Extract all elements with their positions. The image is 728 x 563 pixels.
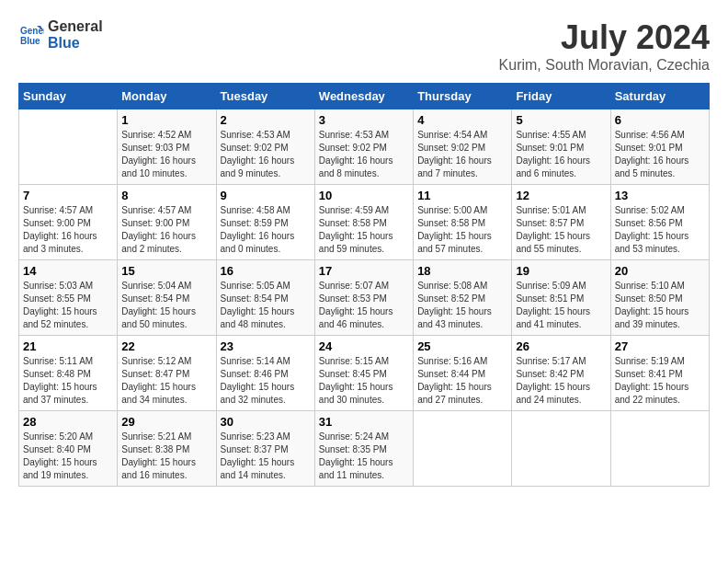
svg-text:Blue: Blue [20, 36, 40, 46]
day-number: 9 [221, 189, 311, 202]
calendar-cell: 27Sunrise: 5:19 AM Sunset: 8:41 PM Dayli… [610, 336, 709, 411]
day-info: Sunrise: 5:03 AM Sunset: 8:55 PM Dayligh… [23, 280, 113, 331]
weekday-header-friday: Friday [512, 84, 610, 109]
calendar-cell: 31Sunrise: 5:24 AM Sunset: 8:35 PM Dayli… [314, 411, 413, 487]
day-number: 16 [221, 264, 311, 278]
weekday-header-row: SundayMondayTuesdayWednesdayThursdayFrid… [19, 84, 710, 109]
logo-text: General Blue [48, 18, 103, 51]
day-info: Sunrise: 5:01 AM Sunset: 8:57 PM Dayligh… [516, 204, 606, 256]
day-info: Sunrise: 4:57 AM Sunset: 9:00 PM Dayligh… [23, 204, 113, 256]
calendar-cell: 8Sunrise: 4:57 AM Sunset: 9:00 PM Daylig… [118, 185, 216, 260]
day-number: 25 [417, 339, 507, 353]
day-info: Sunrise: 5:07 AM Sunset: 8:53 PM Dayligh… [319, 280, 409, 331]
day-number: 12 [516, 189, 606, 202]
calendar-cell: 3Sunrise: 4:53 AM Sunset: 9:02 PM Daylig… [314, 109, 413, 185]
calendar-cell [512, 411, 610, 487]
day-number: 13 [615, 189, 705, 202]
day-info: Sunrise: 4:59 AM Sunset: 8:58 PM Dayligh… [319, 204, 409, 256]
day-number: 29 [121, 415, 211, 429]
weekday-header-sunday: Sunday [19, 84, 118, 109]
day-info: Sunrise: 5:15 AM Sunset: 8:45 PM Dayligh… [319, 355, 409, 407]
day-number: 30 [221, 415, 311, 429]
calendar-cell: 28Sunrise: 5:20 AM Sunset: 8:40 PM Dayli… [19, 411, 118, 487]
day-number: 26 [516, 339, 606, 353]
day-number: 22 [121, 339, 211, 353]
day-info: Sunrise: 5:23 AM Sunset: 8:37 PM Dayligh… [221, 431, 311, 482]
day-info: Sunrise: 4:53 AM Sunset: 9:02 PM Dayligh… [319, 129, 409, 180]
day-info: Sunrise: 4:57 AM Sunset: 9:00 PM Dayligh… [121, 204, 211, 256]
logo: General Blue General Blue [18, 18, 103, 51]
day-info: Sunrise: 5:00 AM Sunset: 8:58 PM Dayligh… [417, 204, 507, 256]
calendar-week-row: 1Sunrise: 4:52 AM Sunset: 9:03 PM Daylig… [19, 109, 710, 185]
calendar-cell: 2Sunrise: 4:53 AM Sunset: 9:02 PM Daylig… [216, 109, 314, 185]
calendar-cell: 21Sunrise: 5:11 AM Sunset: 8:48 PM Dayli… [19, 336, 118, 411]
day-info: Sunrise: 4:56 AM Sunset: 9:01 PM Dayligh… [615, 129, 705, 180]
day-info: Sunrise: 4:54 AM Sunset: 9:02 PM Dayligh… [417, 129, 507, 180]
day-number: 5 [516, 113, 606, 127]
day-info: Sunrise: 5:11 AM Sunset: 8:48 PM Dayligh… [23, 355, 113, 407]
day-info: Sunrise: 5:21 AM Sunset: 8:38 PM Dayligh… [121, 431, 211, 482]
weekday-header-thursday: Thursday [414, 84, 512, 109]
day-number: 1 [121, 113, 211, 127]
calendar-cell: 18Sunrise: 5:08 AM Sunset: 8:52 PM Dayli… [414, 260, 512, 336]
day-number: 17 [319, 264, 409, 278]
calendar-cell: 23Sunrise: 5:14 AM Sunset: 8:46 PM Dayli… [216, 336, 314, 411]
calendar-cell: 17Sunrise: 5:07 AM Sunset: 8:53 PM Dayli… [314, 260, 413, 336]
day-number: 18 [417, 264, 507, 278]
day-number: 4 [417, 113, 507, 127]
calendar-cell: 13Sunrise: 5:02 AM Sunset: 8:56 PM Dayli… [610, 185, 709, 260]
day-number: 19 [516, 264, 606, 278]
day-info: Sunrise: 4:53 AM Sunset: 9:02 PM Dayligh… [221, 129, 311, 180]
day-info: Sunrise: 4:55 AM Sunset: 9:01 PM Dayligh… [516, 129, 606, 180]
calendar-table: SundayMondayTuesdayWednesdayThursdayFrid… [18, 83, 710, 487]
page-header: General Blue General Blue July 2024 Kuri… [18, 18, 710, 74]
calendar-week-row: 7Sunrise: 4:57 AM Sunset: 9:00 PM Daylig… [19, 185, 710, 260]
calendar-cell: 7Sunrise: 4:57 AM Sunset: 9:00 PM Daylig… [19, 185, 118, 260]
month-title: July 2024 [499, 18, 710, 57]
day-info: Sunrise: 5:16 AM Sunset: 8:44 PM Dayligh… [417, 355, 507, 407]
calendar-cell: 11Sunrise: 5:00 AM Sunset: 8:58 PM Dayli… [414, 185, 512, 260]
day-number: 21 [23, 339, 113, 353]
calendar-cell: 14Sunrise: 5:03 AM Sunset: 8:55 PM Dayli… [19, 260, 118, 336]
calendar-cell: 20Sunrise: 5:10 AM Sunset: 8:50 PM Dayli… [610, 260, 709, 336]
day-info: Sunrise: 5:14 AM Sunset: 8:46 PM Dayligh… [221, 355, 311, 407]
calendar-cell: 10Sunrise: 4:59 AM Sunset: 8:58 PM Dayli… [314, 185, 413, 260]
calendar-cell: 29Sunrise: 5:21 AM Sunset: 8:38 PM Dayli… [118, 411, 216, 487]
day-number: 6 [615, 113, 705, 127]
day-number: 15 [121, 264, 211, 278]
day-info: Sunrise: 5:09 AM Sunset: 8:51 PM Dayligh… [516, 280, 606, 331]
calendar-cell: 24Sunrise: 5:15 AM Sunset: 8:45 PM Dayli… [314, 336, 413, 411]
day-info: Sunrise: 4:58 AM Sunset: 8:59 PM Dayligh… [221, 204, 311, 256]
day-number: 14 [23, 264, 113, 278]
calendar-cell: 6Sunrise: 4:56 AM Sunset: 9:01 PM Daylig… [610, 109, 709, 185]
calendar-cell: 4Sunrise: 4:54 AM Sunset: 9:02 PM Daylig… [414, 109, 512, 185]
calendar-cell: 1Sunrise: 4:52 AM Sunset: 9:03 PM Daylig… [118, 109, 216, 185]
calendar-cell: 15Sunrise: 5:04 AM Sunset: 8:54 PM Dayli… [118, 260, 216, 336]
title-block: July 2024 Kurim, South Moravian, Czechia [499, 18, 710, 74]
calendar-cell: 26Sunrise: 5:17 AM Sunset: 8:42 PM Dayli… [512, 336, 610, 411]
day-number: 31 [319, 415, 409, 429]
weekday-header-monday: Monday [118, 84, 216, 109]
day-number: 8 [121, 189, 211, 202]
day-info: Sunrise: 5:04 AM Sunset: 8:54 PM Dayligh… [121, 280, 211, 331]
weekday-header-tuesday: Tuesday [216, 84, 314, 109]
day-info: Sunrise: 4:52 AM Sunset: 9:03 PM Dayligh… [121, 129, 211, 180]
day-info: Sunrise: 5:20 AM Sunset: 8:40 PM Dayligh… [23, 431, 113, 482]
day-info: Sunrise: 5:12 AM Sunset: 8:47 PM Dayligh… [121, 355, 211, 407]
day-number: 2 [221, 113, 311, 127]
calendar-cell: 25Sunrise: 5:16 AM Sunset: 8:44 PM Dayli… [414, 336, 512, 411]
day-info: Sunrise: 5:10 AM Sunset: 8:50 PM Dayligh… [615, 280, 705, 331]
day-number: 23 [221, 339, 311, 353]
calendar-cell: 5Sunrise: 4:55 AM Sunset: 9:01 PM Daylig… [512, 109, 610, 185]
location: Kurim, South Moravian, Czechia [499, 57, 710, 74]
day-number: 24 [319, 339, 409, 353]
calendar-cell [414, 411, 512, 487]
day-number: 11 [417, 189, 507, 202]
calendar-cell: 30Sunrise: 5:23 AM Sunset: 8:37 PM Dayli… [216, 411, 314, 487]
calendar-cell [610, 411, 709, 487]
day-number: 27 [615, 339, 705, 353]
day-info: Sunrise: 5:19 AM Sunset: 8:41 PM Dayligh… [615, 355, 705, 407]
calendar-week-row: 28Sunrise: 5:20 AM Sunset: 8:40 PM Dayli… [19, 411, 710, 487]
calendar-cell: 22Sunrise: 5:12 AM Sunset: 8:47 PM Dayli… [118, 336, 216, 411]
calendar-week-row: 14Sunrise: 5:03 AM Sunset: 8:55 PM Dayli… [19, 260, 710, 336]
